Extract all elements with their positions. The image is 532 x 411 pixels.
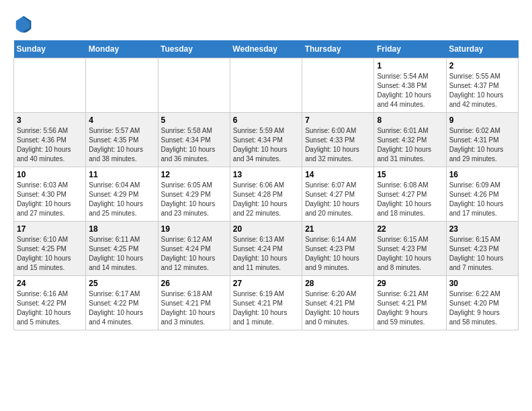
day-number: 20 xyxy=(233,224,299,234)
day-info: Sunrise: 6:12 AM Sunset: 4:24 PM Dayligh… xyxy=(161,235,227,273)
calendar-cell xyxy=(14,58,86,113)
weekday-header-sunday: Sunday xyxy=(14,40,86,58)
day-number: 12 xyxy=(161,170,227,179)
weekday-header-friday: Friday xyxy=(374,40,446,58)
day-info: Sunrise: 5:54 AM Sunset: 4:38 PM Dayligh… xyxy=(377,72,443,109)
calendar-cell: 14Sunrise: 6:07 AM Sunset: 4:27 PM Dayli… xyxy=(302,167,374,222)
day-number: 2 xyxy=(449,61,515,71)
calendar-cell xyxy=(302,58,374,113)
calendar-cell: 8Sunrise: 6:01 AM Sunset: 4:32 PM Daylig… xyxy=(374,113,446,167)
day-number: 3 xyxy=(17,116,83,125)
day-number: 17 xyxy=(17,224,83,234)
calendar-cell: 30Sunrise: 6:22 AM Sunset: 4:20 PM Dayli… xyxy=(446,276,518,330)
day-number: 5 xyxy=(161,116,227,125)
calendar-week-row: 3Sunrise: 5:56 AM Sunset: 4:36 PM Daylig… xyxy=(14,113,519,167)
day-number: 21 xyxy=(305,224,371,234)
day-number: 23 xyxy=(449,224,515,234)
day-info: Sunrise: 6:15 AM Sunset: 4:23 PM Dayligh… xyxy=(449,235,515,273)
day-number: 4 xyxy=(89,116,154,125)
calendar-cell: 21Sunrise: 6:14 AM Sunset: 4:23 PM Dayli… xyxy=(302,222,374,276)
day-number: 9 xyxy=(449,116,515,125)
calendar-week-row: 24Sunrise: 6:16 AM Sunset: 4:22 PM Dayli… xyxy=(14,276,519,330)
calendar-cell: 17Sunrise: 6:10 AM Sunset: 4:25 PM Dayli… xyxy=(14,222,86,276)
calendar-cell: 19Sunrise: 6:12 AM Sunset: 4:24 PM Dayli… xyxy=(158,222,230,276)
day-info: Sunrise: 6:15 AM Sunset: 4:23 PM Dayligh… xyxy=(377,235,443,273)
day-info: Sunrise: 6:11 AM Sunset: 4:25 PM Dayligh… xyxy=(89,235,154,273)
calendar-cell xyxy=(86,58,158,113)
calendar-cell xyxy=(230,58,302,113)
calendar-cell: 11Sunrise: 6:04 AM Sunset: 4:29 PM Dayli… xyxy=(86,167,158,222)
weekday-header-wednesday: Wednesday xyxy=(230,40,302,58)
day-info: Sunrise: 6:09 AM Sunset: 4:26 PM Dayligh… xyxy=(449,181,515,218)
calendar-week-row: 1Sunrise: 5:54 AM Sunset: 4:38 PM Daylig… xyxy=(14,58,519,113)
day-info: Sunrise: 6:00 AM Sunset: 4:33 PM Dayligh… xyxy=(305,126,371,164)
day-number: 18 xyxy=(89,224,154,234)
page-header xyxy=(13,13,519,34)
day-number: 22 xyxy=(377,224,443,234)
day-info: Sunrise: 6:22 AM Sunset: 4:20 PM Dayligh… xyxy=(449,289,515,327)
day-info: Sunrise: 6:06 AM Sunset: 4:28 PM Dayligh… xyxy=(233,181,299,218)
day-number: 1 xyxy=(377,61,443,71)
day-info: Sunrise: 6:03 AM Sunset: 4:30 PM Dayligh… xyxy=(17,181,83,218)
day-number: 13 xyxy=(233,170,299,179)
calendar-cell: 25Sunrise: 6:17 AM Sunset: 4:22 PM Dayli… xyxy=(86,276,158,330)
day-number: 8 xyxy=(377,116,443,125)
calendar-cell: 3Sunrise: 5:56 AM Sunset: 4:36 PM Daylig… xyxy=(14,113,86,167)
calendar-cell: 16Sunrise: 6:09 AM Sunset: 4:26 PM Dayli… xyxy=(446,167,518,222)
day-number: 29 xyxy=(377,279,443,288)
day-info: Sunrise: 5:56 AM Sunset: 4:36 PM Dayligh… xyxy=(17,126,83,164)
calendar-cell: 13Sunrise: 6:06 AM Sunset: 4:28 PM Dayli… xyxy=(230,167,302,222)
calendar-cell: 7Sunrise: 6:00 AM Sunset: 4:33 PM Daylig… xyxy=(302,113,374,167)
calendar-cell: 5Sunrise: 5:58 AM Sunset: 4:34 PM Daylig… xyxy=(158,113,230,167)
day-info: Sunrise: 5:55 AM Sunset: 4:37 PM Dayligh… xyxy=(449,72,515,109)
day-number: 10 xyxy=(17,170,83,179)
calendar-cell: 29Sunrise: 6:21 AM Sunset: 4:21 PM Dayli… xyxy=(374,276,446,330)
day-number: 14 xyxy=(305,170,371,179)
weekday-header-row: SundayMondayTuesdayWednesdayThursdayFrid… xyxy=(14,40,519,58)
weekday-header-thursday: Thursday xyxy=(302,40,374,58)
calendar-cell: 23Sunrise: 6:15 AM Sunset: 4:23 PM Dayli… xyxy=(446,222,518,276)
day-info: Sunrise: 6:04 AM Sunset: 4:29 PM Dayligh… xyxy=(89,181,154,218)
day-info: Sunrise: 6:13 AM Sunset: 4:24 PM Dayligh… xyxy=(233,235,299,273)
day-info: Sunrise: 6:18 AM Sunset: 4:21 PM Dayligh… xyxy=(161,289,227,327)
calendar-cell: 26Sunrise: 6:18 AM Sunset: 4:21 PM Dayli… xyxy=(158,276,230,330)
day-number: 30 xyxy=(449,279,515,288)
day-number: 11 xyxy=(89,170,154,179)
calendar-cell: 10Sunrise: 6:03 AM Sunset: 4:30 PM Dayli… xyxy=(14,167,86,222)
calendar-cell: 4Sunrise: 5:57 AM Sunset: 4:35 PM Daylig… xyxy=(86,113,158,167)
calendar-week-row: 17Sunrise: 6:10 AM Sunset: 4:25 PM Dayli… xyxy=(14,222,519,276)
calendar-cell: 9Sunrise: 6:02 AM Sunset: 4:31 PM Daylig… xyxy=(446,113,518,167)
day-info: Sunrise: 6:05 AM Sunset: 4:29 PM Dayligh… xyxy=(161,181,227,218)
day-info: Sunrise: 6:10 AM Sunset: 4:25 PM Dayligh… xyxy=(17,235,83,273)
day-number: 6 xyxy=(233,116,299,125)
calendar-cell: 24Sunrise: 6:16 AM Sunset: 4:22 PM Dayli… xyxy=(14,276,86,330)
calendar-cell: 1Sunrise: 5:54 AM Sunset: 4:38 PM Daylig… xyxy=(374,58,446,113)
logo-icon xyxy=(13,13,34,34)
calendar-table: SundayMondayTuesdayWednesdayThursdayFrid… xyxy=(13,40,519,330)
day-info: Sunrise: 6:07 AM Sunset: 4:27 PM Dayligh… xyxy=(305,181,371,218)
day-info: Sunrise: 6:08 AM Sunset: 4:27 PM Dayligh… xyxy=(377,181,443,218)
day-info: Sunrise: 6:21 AM Sunset: 4:21 PM Dayligh… xyxy=(377,289,443,327)
day-info: Sunrise: 5:59 AM Sunset: 4:34 PM Dayligh… xyxy=(233,126,299,164)
weekday-header-saturday: Saturday xyxy=(446,40,518,58)
weekday-header-monday: Monday xyxy=(86,40,158,58)
day-info: Sunrise: 6:02 AM Sunset: 4:31 PM Dayligh… xyxy=(449,126,515,164)
calendar-cell: 12Sunrise: 6:05 AM Sunset: 4:29 PM Dayli… xyxy=(158,167,230,222)
weekday-header-tuesday: Tuesday xyxy=(158,40,230,58)
logo xyxy=(13,13,38,34)
calendar-week-row: 10Sunrise: 6:03 AM Sunset: 4:30 PM Dayli… xyxy=(14,167,519,222)
calendar-cell: 28Sunrise: 6:20 AM Sunset: 4:21 PM Dayli… xyxy=(302,276,374,330)
day-info: Sunrise: 6:14 AM Sunset: 4:23 PM Dayligh… xyxy=(305,235,371,273)
day-number: 16 xyxy=(449,170,515,179)
day-info: Sunrise: 6:19 AM Sunset: 4:21 PM Dayligh… xyxy=(233,289,299,327)
calendar-cell: 18Sunrise: 6:11 AM Sunset: 4:25 PM Dayli… xyxy=(86,222,158,276)
day-info: Sunrise: 5:57 AM Sunset: 4:35 PM Dayligh… xyxy=(89,126,154,164)
calendar-cell xyxy=(158,58,230,113)
calendar-cell: 20Sunrise: 6:13 AM Sunset: 4:24 PM Dayli… xyxy=(230,222,302,276)
day-info: Sunrise: 6:01 AM Sunset: 4:32 PM Dayligh… xyxy=(377,126,443,164)
day-info: Sunrise: 6:16 AM Sunset: 4:22 PM Dayligh… xyxy=(17,289,83,327)
calendar-cell: 27Sunrise: 6:19 AM Sunset: 4:21 PM Dayli… xyxy=(230,276,302,330)
calendar-cell: 22Sunrise: 6:15 AM Sunset: 4:23 PM Dayli… xyxy=(374,222,446,276)
day-number: 25 xyxy=(89,279,154,288)
day-info: Sunrise: 5:58 AM Sunset: 4:34 PM Dayligh… xyxy=(161,126,227,164)
